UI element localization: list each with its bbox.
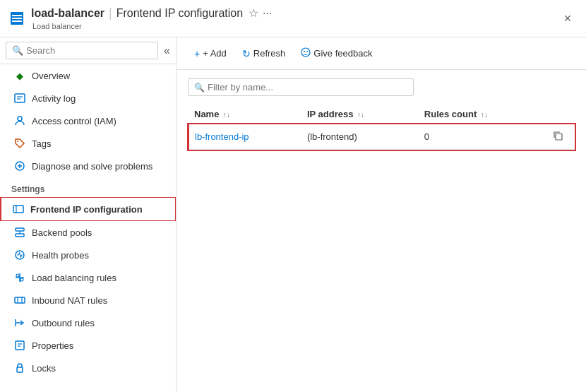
- content-area: + + Add ↻ Refresh Give feedback 🔍: [177, 37, 586, 392]
- sidebar-item-label: Outbound rules: [32, 318, 95, 328]
- sidebar-item-outbound-rules[interactable]: Outbound rules: [0, 311, 176, 334]
- col-actions: [546, 105, 575, 124]
- svg-rect-27: [17, 367, 23, 372]
- refresh-icon: ↻: [242, 48, 251, 59]
- row-copy-icon[interactable]: [552, 132, 563, 143]
- sidebar-content: ◆ Overview Activity log Access control (…: [0, 64, 176, 392]
- favorite-icon[interactable]: ☆: [249, 6, 258, 20]
- svg-rect-31: [556, 133, 562, 140]
- add-label: + Add: [203, 48, 227, 59]
- sidebar-item-backend-pools[interactable]: Backend pools: [0, 221, 176, 244]
- add-button[interactable]: + + Add: [188, 44, 233, 64]
- sidebar-item-activity-log[interactable]: Activity log: [0, 87, 176, 109]
- sidebar-item-diagnose[interactable]: Diagnose and solve problems: [0, 155, 176, 177]
- sidebar-item-label: Inbound NAT rules: [32, 295, 107, 306]
- svg-rect-12: [16, 228, 24, 231]
- sidebar-item-properties[interactable]: Properties: [0, 334, 176, 357]
- feedback-label: Give feedback: [313, 48, 372, 59]
- collapse-icon[interactable]: «: [164, 44, 170, 57]
- svg-point-8: [17, 141, 18, 142]
- svg-point-7: [18, 117, 22, 121]
- col-ip-sort-icon[interactable]: ↑↓: [357, 111, 364, 119]
- sidebar-item-lb-rules[interactable]: Load balancing rules: [0, 266, 176, 289]
- properties-icon: [13, 339, 26, 352]
- col-rules-label: Rules count: [424, 109, 477, 119]
- filter-input[interactable]: [208, 82, 407, 93]
- frontend-ip-link[interactable]: lb-frontend-ip: [195, 131, 249, 142]
- sidebar-item-label: Frontend IP configuration: [30, 204, 143, 215]
- table-header: Name ↑↓ IP address ↑↓ Rules count ↑↓: [189, 105, 575, 124]
- sidebar-item-label: Diagnose and solve problems: [32, 161, 153, 172]
- sidebar-item-label: Access control (IAM): [32, 116, 116, 126]
- health-icon: [13, 249, 26, 261]
- row-name-cell: lb-frontend-ip: [189, 124, 301, 150]
- svg-rect-20: [15, 297, 25, 303]
- sidebar-item-label: Health probes: [32, 250, 89, 261]
- row-rules-value: 0: [424, 131, 429, 142]
- sidebar-item-overview[interactable]: ◆ Overview: [0, 64, 176, 87]
- sidebar-item-access-control[interactable]: Access control (IAM): [0, 109, 176, 132]
- svg-rect-2: [12, 18, 22, 19]
- col-rules: Rules count ↑↓: [419, 105, 546, 124]
- table-row: lb-frontend-ip (lb-frontend) 0: [189, 124, 575, 150]
- tag-icon: [13, 137, 26, 150]
- main-layout: 🔍 « ◆ Overview Activity log: [0, 37, 586, 392]
- sidebar-item-health-probes[interactable]: Health probes: [0, 244, 176, 266]
- frontend-icon: [12, 203, 25, 215]
- refresh-button[interactable]: ↻ Refresh: [236, 44, 292, 64]
- svg-rect-3: [12, 20, 22, 22]
- svg-point-30: [306, 51, 308, 52]
- content-body: 🔍 Name ↑↓ IP address ↑↓: [177, 70, 586, 392]
- title-separator: |: [109, 6, 112, 20]
- feedback-icon: [301, 47, 311, 59]
- svg-rect-24: [16, 341, 24, 350]
- col-name: Name ↑↓: [189, 105, 301, 124]
- lb-icon: [13, 271, 26, 284]
- activity-icon: [13, 92, 26, 105]
- outbound-icon: [13, 316, 26, 329]
- add-icon: +: [194, 48, 200, 59]
- more-options-icon[interactable]: ···: [263, 7, 272, 20]
- close-button[interactable]: ×: [558, 8, 578, 28]
- row-rules-cell: 0: [419, 124, 546, 150]
- sidebar: 🔍 « ◆ Overview Activity log: [0, 37, 177, 392]
- svg-rect-13: [16, 234, 24, 237]
- sidebar-item-label: Load balancing rules: [32, 273, 116, 283]
- row-ip-cell: (lb-frontend): [301, 124, 419, 150]
- sidebar-item-frontend-ip[interactable]: Frontend IP configuration: [0, 197, 176, 221]
- sidebar-item-nat-rules[interactable]: Inbound NAT rules: [0, 289, 176, 311]
- col-name-label: Name: [194, 109, 219, 119]
- overview-icon: ◆: [13, 69, 26, 82]
- sidebar-item-label: Properties: [32, 340, 73, 351]
- svg-point-19: [20, 278, 23, 281]
- resource-icon: [8, 10, 25, 27]
- filter-icon: 🔍: [194, 83, 205, 93]
- backend-icon: [13, 226, 26, 239]
- data-table: Name ↑↓ IP address ↑↓ Rules count ↑↓: [188, 105, 575, 150]
- settings-section-label: Settings: [0, 177, 176, 197]
- svg-rect-1: [12, 15, 22, 16]
- col-name-sort-icon[interactable]: ↑↓: [223, 111, 230, 119]
- titlebar: load-balancer | Frontend IP configuratio…: [0, 0, 586, 37]
- resource-name: load-balancer: [31, 7, 104, 20]
- page-title: Frontend IP configuration: [116, 7, 243, 20]
- sidebar-item-label: Tags: [32, 138, 51, 149]
- nat-icon: [13, 294, 26, 307]
- sidebar-item-label: Activity log: [32, 93, 76, 104]
- diagnose-icon: [13, 160, 26, 172]
- iam-icon: [13, 114, 26, 127]
- sidebar-item-label: Locks: [32, 363, 56, 374]
- sidebar-search-box[interactable]: 🔍: [6, 42, 158, 59]
- table-body: lb-frontend-ip (lb-frontend) 0: [189, 124, 575, 150]
- search-input[interactable]: [26, 45, 152, 56]
- sidebar-item-tags[interactable]: Tags: [0, 132, 176, 155]
- locks-icon: [13, 362, 26, 374]
- col-rules-sort-icon[interactable]: ↑↓: [481, 111, 488, 119]
- sidebar-item-label: Overview: [32, 71, 70, 81]
- sidebar-item-label: Backend pools: [32, 227, 92, 238]
- sidebar-item-locks[interactable]: Locks: [0, 357, 176, 379]
- svg-point-29: [304, 51, 305, 52]
- filter-bar[interactable]: 🔍: [188, 78, 414, 96]
- feedback-button[interactable]: Give feedback: [294, 43, 378, 64]
- col-ip-label: IP address: [307, 109, 354, 119]
